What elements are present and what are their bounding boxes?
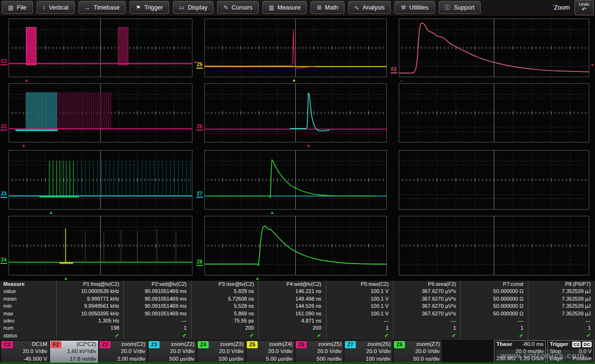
menu-button-group: ▤File↕Vertical↔Timebase⚑Trigger▭Display✎… (2, 1, 484, 14)
horizontal-position-marker[interactable]: ▲ (21, 143, 26, 148)
descriptor-offset: 50.0 ns/div (393, 355, 442, 363)
measure-value-p7-max: 50.000000 Ω (460, 310, 527, 317)
menu-button-measure[interactable]: ▥Measure (262, 1, 307, 14)
trigger-coupling-badge: DC (582, 342, 592, 347)
menu-button-utilities[interactable]: ⚒Utilities (394, 1, 434, 14)
measure-value-p7-sdev: --- (460, 317, 527, 324)
measure-value-p7-min: 50.000000 Ω (460, 303, 527, 310)
menu-button-label: Vertical (49, 4, 69, 11)
measure-row-label-max: max (0, 310, 56, 317)
trace-label-z5: Z5 (196, 62, 203, 69)
measure-status-p2: ✔ (123, 332, 191, 339)
channel-descriptor-z4[interactable]: Z4zoom(Z3)20.0 V/div100 µs/div (197, 341, 245, 364)
parameter-header-p4[interactable]: P4:wid@lv(C2) (258, 281, 325, 288)
waveform-panel-z8[interactable] (204, 216, 387, 275)
parameter-header-p3[interactable]: P3:rise@lv(C2) (191, 281, 258, 288)
measure-value-p3-value: 5.829 ns (191, 288, 258, 295)
waveform-panel-z3[interactable] (9, 150, 192, 210)
trace-level-marker[interactable]: ◄ (590, 63, 594, 67)
parameter-header-p2[interactable]: P2:wid@lv(C2) (123, 281, 191, 288)
measure-status-p5: ✔ (326, 332, 393, 339)
measure-value-p2-value: 90.091051469 ms (123, 288, 191, 295)
menu-bar: ▤File↕Vertical↔Timebase⚑Trigger▭Display✎… (0, 0, 595, 16)
menu-button-support[interactable]: ⓘSupport (439, 1, 481, 14)
measure-icon: ▥ (269, 5, 274, 10)
menu-button-timebase[interactable]: ↔Timebase (79, 1, 126, 14)
channel-descriptor-z6[interactable]: Z6zoom(Z5)20.0 V/div500 ns/div (295, 341, 343, 364)
trace-label-z4: Z4 (0, 258, 7, 264)
menu-button-cursors[interactable]: ✎Cursors (217, 1, 259, 14)
waveform-panel-empty[interactable] (399, 150, 589, 210)
channel-descriptor-z5[interactable]: Z5zoom(Z4)20.0 V/div5.00 µs/div (246, 341, 294, 364)
channel-tab-c2: C2 (1, 341, 13, 348)
menu-button-analysis[interactable]: ∿Analysis (348, 1, 391, 14)
menu-button-label: Analysis (363, 4, 385, 11)
display-icon: ▭ (179, 5, 184, 10)
waveform-panel-f2[interactable] (399, 19, 589, 77)
measure-row-label-min: min (0, 303, 56, 310)
channel-descriptor-z3[interactable]: Z3zoom(Z2)20.0 V/div500 µs/div (148, 341, 196, 364)
horizontal-position-marker[interactable]: ▲ (270, 211, 274, 215)
measure-value-p2-num: 1 (123, 324, 191, 332)
status-check-icon: ✔ (250, 333, 254, 338)
menu-button-file[interactable]: ▤File (2, 1, 33, 14)
descriptor-scale: 20.0 V/div (393, 348, 442, 355)
channel-tab-z5: Z5 (247, 341, 258, 348)
menu-button-label: Measure (277, 4, 301, 11)
zoom-mode-label: Zoom (554, 4, 570, 11)
trigger-delay-marker[interactable]: ← (399, 78, 404, 82)
measure-value-p4-max: 161.090 ns (258, 310, 325, 317)
horizontal-position-marker[interactable]: ▲ (24, 78, 29, 82)
utilities-icon: ⚒ (401, 5, 406, 10)
parameter-header-p5[interactable]: P5:max(C2) (326, 281, 393, 288)
waveform-panel-z4[interactable] (9, 216, 192, 275)
parameter-header-p1[interactable]: P1:freq@lv(C2) (56, 281, 123, 288)
status-check-icon: ✔ (384, 333, 389, 338)
parameter-header-p7[interactable]: P7:const (460, 281, 527, 288)
waveform-panel-z2[interactable] (9, 83, 192, 142)
channel-descriptor-c2[interactable]: C2DC1M20.0 V/div-45.500 V (1, 341, 49, 364)
horizontal-position-marker[interactable]: ▲ (306, 143, 311, 148)
measure-value-p2-mean: 90.091051469 ms (123, 295, 191, 303)
bottom-edge-line (0, 363, 595, 364)
horizontal-position-marker[interactable]: ▲ (292, 78, 296, 82)
timebase-title: Tbase (496, 341, 512, 348)
measure-value-p2-min: 90.091051469 ms (123, 303, 191, 310)
measure-value-p4-min: 144.526 ns (258, 303, 325, 310)
trace-label-c2: C2 (0, 59, 8, 65)
waveform-panel-empty[interactable] (399, 216, 589, 275)
menu-button-vertical[interactable]: ↕Vertical (37, 1, 75, 14)
waveform-panel-empty[interactable] (399, 83, 589, 142)
menu-button-label: Cursors (232, 4, 252, 11)
descriptor-scale: 20.0 V/div (148, 348, 196, 355)
status-check-icon: ✔ (519, 333, 523, 338)
parameter-header-p8[interactable]: P8:(P6/P7) (528, 281, 595, 288)
parameter-header-p6[interactable]: P6:area(F2) (393, 281, 460, 288)
watermark: www.cntronics.com (496, 350, 589, 362)
waveform-panel-z5[interactable] (204, 19, 387, 77)
descriptor-scale: 20.0 V/div (344, 348, 393, 355)
channel-descriptor-z7[interactable]: Z7zoom(Z6)20.0 V/div100 ns/div (344, 341, 393, 364)
waveform-panel-c2[interactable] (9, 19, 192, 77)
measure-value-p2-sdev: --- (123, 317, 191, 324)
measure-value-p3-sdev: 75.55 ps (191, 317, 258, 324)
horizontal-position-marker[interactable]: ▲ (49, 211, 53, 215)
waveform-panel-z6[interactable] (204, 83, 387, 142)
menu-button-trigger[interactable]: ⚑Trigger (130, 1, 169, 14)
descriptor-scale: 20.0 V/div (99, 348, 147, 355)
channel-descriptor-z2[interactable]: Z2zoom(C2)20.0 V/div2.00 ms/div (99, 341, 147, 364)
measure-value-p1-min: 9.9949561 kHz (56, 303, 123, 310)
math-icon: ⊞ (317, 5, 322, 10)
menu-button-display[interactable]: ▭Display (173, 1, 213, 14)
channel-descriptor-z8[interactable]: Z8zoom(Z7)20.0 V/div50.0 ns/div (393, 341, 442, 364)
menu-button-math[interactable]: ⊞Math (311, 1, 344, 14)
undo-button[interactable]: Undo ↶ (575, 0, 594, 15)
channel-descriptor-f2[interactable]: F2(C2*C2)1.60 kV²/div17.8 ns/div (50, 341, 98, 364)
menu-button-label: File (17, 4, 26, 11)
menu-button-label: Timebase (94, 4, 120, 11)
measure-value-p6-num: 1 (393, 324, 460, 332)
waveform-panel-z7[interactable] (204, 150, 387, 210)
status-check-icon: ✔ (586, 333, 591, 338)
measure-value-p1-num: 198 (56, 324, 123, 332)
menu-button-label: Utilities (409, 4, 428, 11)
